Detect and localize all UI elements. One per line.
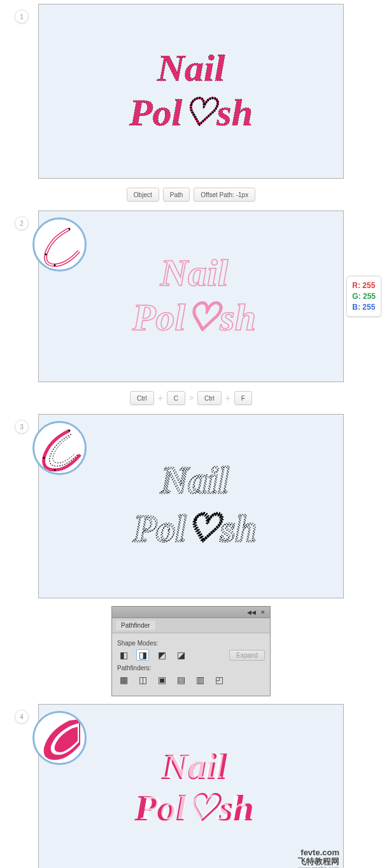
watermark-cn: 飞特教程网: [298, 857, 339, 866]
outline-icon[interactable]: ▥: [194, 674, 206, 685]
step-badge: 2: [15, 216, 29, 230]
pathfinders-row: ▦ ◫ ▣ ▤ ▥ ◰: [117, 674, 265, 685]
exclude-icon[interactable]: ◪: [174, 649, 187, 661]
plus-icon: +: [225, 393, 230, 403]
intersect-icon[interactable]: ◩: [155, 649, 168, 661]
divide-icon[interactable]: ▦: [117, 674, 130, 685]
step-badge: 4: [15, 710, 29, 724]
nail-polish-script-selected: Nail Nail Pol♡sh Pol♡sh: [96, 448, 286, 565]
rgb-r-value: R: 255: [352, 280, 376, 291]
minus-back-icon[interactable]: ◰: [213, 674, 225, 685]
collapse-icon[interactable]: ◀◀: [247, 609, 256, 616]
nail-polish-script-outline: Nail Pol♡sh: [96, 241, 286, 352]
pathfinder-tab[interactable]: Pathfinder: [116, 621, 155, 630]
expand-button[interactable]: Expand: [229, 650, 265, 661]
panel-header: ◀◀ ✕: [112, 607, 270, 618]
arrow-icon: >: [189, 394, 194, 403]
unite-icon[interactable]: ◧: [117, 649, 130, 661]
svg-text:Nail: Nail: [164, 748, 224, 785]
panel-tab-row: Pathfinder: [112, 618, 270, 633]
detail-zoom-circle: [32, 217, 87, 272]
detail-zoom-circle: [32, 421, 87, 475]
path-button[interactable]: Path: [163, 188, 190, 202]
rgb-b-value: B: 255: [352, 301, 376, 312]
detail-zoom-circle: [32, 711, 87, 765]
svg-point-4: [54, 265, 56, 266]
minus-front-icon[interactable]: ◨: [136, 649, 149, 661]
action-row-object-path: Object Path Offset Path: -1px: [38, 183, 344, 207]
shape-modes-label: Shape Modes:: [117, 640, 265, 647]
svg-text:Pol♡sh: Pol♡sh: [133, 507, 257, 549]
step-badge: 1: [15, 10, 29, 24]
svg-point-3: [45, 254, 47, 256]
merge-icon[interactable]: ▣: [155, 674, 168, 685]
watermark: fevte.com 飞特教程网 www.psahz.com: [298, 848, 339, 868]
crop-icon[interactable]: ▤: [174, 674, 187, 685]
key-ctrl: Ctrl: [130, 391, 154, 405]
step-panel-3: 3 Nail Nail Pol♡sh Pol♡sh: [38, 414, 344, 598]
key-f: F: [234, 391, 252, 405]
trim-icon[interactable]: ◫: [136, 674, 149, 685]
plus-icon: +: [158, 393, 163, 403]
nail-polish-script-final: Nail Nail Pol♡sh Pol♡sh: [96, 738, 286, 842]
step-panel-2: 2 R: 255 G: 255 B: 255 Nail Pol♡sh: [38, 210, 344, 382]
close-icon[interactable]: ✕: [258, 609, 267, 616]
svg-point-2: [69, 228, 71, 230]
rgb-g-value: G: 255: [352, 291, 376, 302]
svg-point-9: [54, 469, 56, 471]
offset-path-button[interactable]: Offset Path: -1px: [194, 188, 255, 202]
shape-modes-row: ◧ ◨ ◩ ◪ Expand: [117, 649, 265, 661]
pathfinder-panel: ◀◀ ✕ Pathfinder Shape Modes: ◧ ◨ ◩ ◪ Exp…: [111, 606, 271, 696]
key-c: C: [167, 391, 185, 405]
key-ctrl: Ctrl: [197, 391, 222, 405]
step-panel-1: 1 Nail Pol♡sh: [38, 4, 344, 179]
svg-text:Pol♡sh: Pol♡sh: [129, 92, 253, 134]
rgb-color-badge: R: 255 G: 255 B: 255: [346, 276, 381, 317]
svg-point-8: [43, 457, 45, 459]
svg-point-7: [69, 430, 71, 432]
step-badge: 3: [15, 420, 29, 434]
svg-text:Nail: Nail: [161, 458, 230, 500]
svg-text:Nail: Nail: [160, 252, 229, 294]
watermark-url: fevte.com: [298, 848, 339, 857]
keyboard-shortcut-row: Ctrl + C > Ctrl + F: [38, 386, 344, 410]
nail-polish-script: Nail Pol♡sh: [96, 36, 286, 147]
pathfinders-label: Pathfinders:: [117, 665, 265, 672]
svg-text:Pol♡sh: Pol♡sh: [132, 296, 256, 338]
step-panel-4: 4 Nail Nail Pol♡sh Pol♡sh fevte.com 飞特教程…: [38, 704, 344, 868]
svg-text:Pol♡sh: Pol♡sh: [140, 790, 248, 826]
svg-text:Nail: Nail: [157, 47, 225, 89]
object-button[interactable]: Object: [127, 188, 159, 202]
